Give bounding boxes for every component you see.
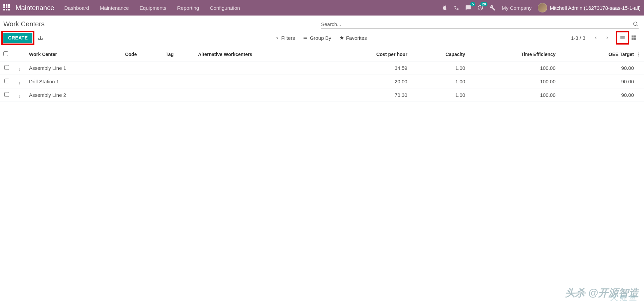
pager-text[interactable]: 1-3 / 3 (571, 35, 585, 41)
control-panel: Work Centers CREATE Filters Group By (0, 16, 644, 47)
drag-handle-icon[interactable] (19, 68, 21, 71)
work-centers-table: Work Center Code Tag Alternative Workcen… (0, 47, 644, 102)
menu-equipments[interactable]: Equipments (140, 5, 166, 11)
main-navbar: Maintenance Dashboard Maintenance Equipm… (0, 0, 644, 16)
tools-icon[interactable] (489, 5, 496, 11)
col-code[interactable]: Code (122, 47, 162, 61)
search-input[interactable] (321, 21, 633, 27)
debug-icon[interactable] (442, 5, 448, 11)
cell-name: Assembly Line 1 (26, 61, 122, 75)
cell-name: Drill Station 1 (26, 75, 122, 88)
cell-capacity: 1.00 (411, 75, 468, 88)
row-checkbox[interactable] (4, 65, 9, 70)
col-tag[interactable]: Tag (162, 47, 195, 61)
col-alt[interactable]: Alternative Workcenters (195, 47, 328, 61)
cell-code (122, 61, 162, 75)
filters-button[interactable]: Filters (275, 35, 295, 41)
groupby-button[interactable]: Group By (303, 35, 331, 41)
list-icon (303, 35, 308, 40)
cell-cost: 34.59 (328, 61, 411, 75)
download-icon[interactable] (38, 35, 43, 40)
col-name[interactable]: Work Center (26, 47, 122, 61)
cell-code (122, 88, 162, 102)
cell-capacity: 1.00 (411, 61, 468, 75)
star-icon (339, 35, 344, 40)
menu-maintenance[interactable]: Maintenance (100, 5, 129, 11)
cell-oee: 90.00 (559, 75, 644, 88)
cell-alt (195, 75, 328, 88)
create-button[interactable]: CREATE (3, 33, 32, 43)
cell-alt (195, 88, 328, 102)
user-name: Mitchell Admin (16273178-saas-15-1-all) (550, 5, 641, 11)
row-checkbox[interactable] (4, 92, 9, 97)
col-eff[interactable]: Time Efficiency (469, 47, 559, 61)
favorites-label: Favorites (346, 35, 367, 41)
cell-tag (162, 88, 195, 102)
search-bar[interactable] (321, 20, 639, 29)
table-row[interactable]: Assembly Line 1 34.59 1.00 100.00 90.00 (0, 61, 644, 75)
drag-handle-icon[interactable] (19, 81, 21, 85)
kanban-view-button[interactable] (629, 33, 639, 43)
phone-icon[interactable] (454, 5, 459, 10)
menu-reporting[interactable]: Reporting (177, 5, 199, 11)
svg-line-1 (637, 25, 638, 26)
pager-next[interactable] (603, 34, 612, 42)
cell-capacity: 1.00 (411, 88, 468, 102)
cell-eff: 100.00 (469, 88, 559, 102)
svg-point-0 (634, 22, 637, 26)
cell-tag (162, 61, 195, 75)
activities-badge: 28 (480, 2, 487, 6)
apps-icon[interactable] (3, 4, 11, 11)
filters-label: Filters (281, 35, 295, 41)
cell-tag (162, 75, 195, 88)
col-oee[interactable]: OEE Target (609, 52, 634, 57)
menu-configuration[interactable]: Configuration (210, 5, 240, 11)
row-checkbox[interactable] (4, 79, 9, 83)
table-row[interactable]: Assembly Line 2 70.30 1.00 100.00 90.00 (0, 88, 644, 102)
col-capacity[interactable]: Capacity (411, 47, 468, 61)
columns-menu-icon[interactable]: ⋮ (636, 52, 641, 57)
avatar (538, 3, 547, 12)
company-selector[interactable]: My Company (502, 5, 531, 11)
cell-alt (195, 61, 328, 75)
app-brand[interactable]: Maintenance (16, 4, 54, 12)
table-row[interactable]: Drill Station 1 20.00 1.00 100.00 90.00 (0, 75, 644, 88)
search-icon[interactable] (633, 21, 639, 27)
main-menu: Dashboard Maintenance Equipments Reporti… (64, 5, 442, 11)
messages-icon[interactable]: 5 (465, 5, 471, 11)
cell-eff: 100.00 (469, 75, 559, 88)
cell-cost: 70.30 (328, 88, 411, 102)
cell-oee: 90.00 (559, 88, 644, 102)
favorites-button[interactable]: Favorites (339, 35, 367, 41)
list-view-button[interactable] (618, 33, 627, 43)
col-cost[interactable]: Cost per hour (328, 47, 411, 61)
cell-code (122, 75, 162, 88)
activities-icon[interactable]: 28 (477, 5, 483, 11)
cell-name: Assembly Line 2 (26, 88, 122, 102)
select-all-checkbox[interactable] (3, 51, 8, 56)
cell-oee: 90.00 (559, 61, 644, 75)
navbar-right: 5 28 My Company Mitchell Admin (16273178… (442, 3, 641, 12)
user-menu[interactable]: Mitchell Admin (16273178-saas-15-1-all) (538, 3, 641, 12)
pager-prev[interactable] (591, 34, 600, 42)
breadcrumb: Work Centers (3, 20, 321, 28)
cell-eff: 100.00 (469, 61, 559, 75)
funnel-icon (275, 36, 279, 40)
groupby-label: Group By (310, 35, 331, 41)
cell-cost: 20.00 (328, 75, 411, 88)
drag-handle-icon[interactable] (19, 95, 21, 98)
menu-dashboard[interactable]: Dashboard (64, 5, 89, 11)
messages-badge: 5 (470, 2, 476, 6)
